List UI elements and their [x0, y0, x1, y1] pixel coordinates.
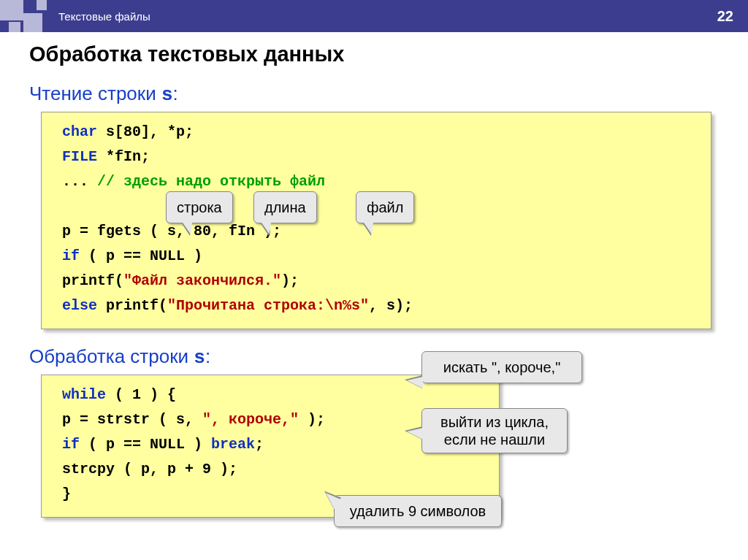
main-title: Обработка текстовых данных — [29, 42, 719, 66]
code-block-1: char s[80], *p; FILE *fIn; ... // здесь … — [41, 112, 711, 329]
section1-title: Чтение строки s: — [29, 83, 719, 106]
section2-title: Обработка строки s: — [29, 345, 719, 369]
header-decoration — [0, 0, 51, 32]
slide-header: Текстовые файлы 22 — [0, 0, 748, 32]
code-block-2: while ( 1 ) { p = strstr ( s, ", короче,… — [41, 375, 500, 518]
callout-dlina: длина — [253, 191, 317, 223]
callout-delete: удалить 9 символов — [334, 495, 502, 527]
slide-body: Обработка текстовых данных Чтение строки… — [0, 32, 748, 518]
callout-file: файл — [356, 191, 414, 223]
page-number: 22 — [717, 8, 733, 25]
callout-exit: выйти из цикла, если не нашли — [421, 408, 568, 453]
header-title: Текстовые файлы — [58, 10, 717, 23]
callout-search: искать ", короче," — [421, 351, 582, 383]
callout-stroka: строка — [166, 191, 233, 223]
